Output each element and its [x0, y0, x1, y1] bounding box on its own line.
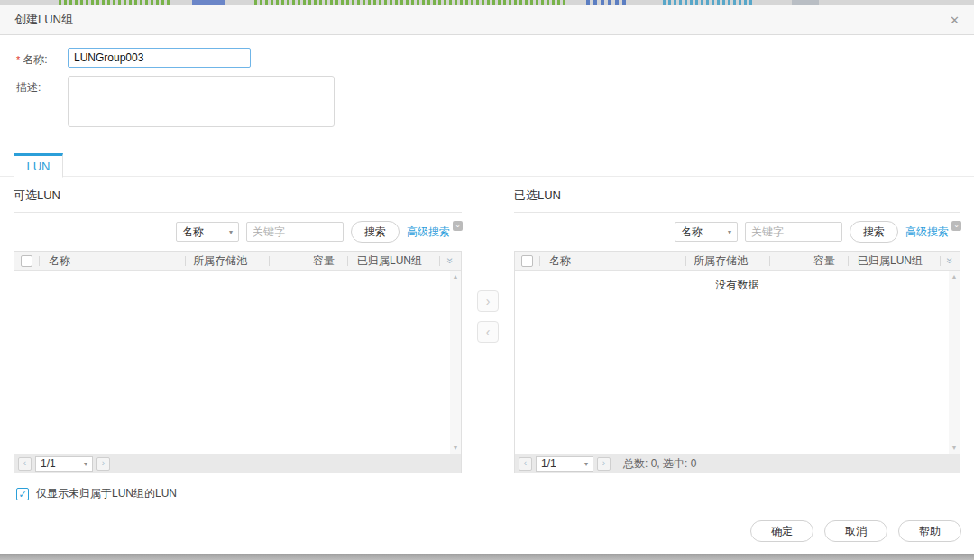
scroll-down-icon[interactable]: ▼: [951, 445, 958, 451]
divider: [514, 212, 960, 213]
column-header-pool[interactable]: 所属存储池: [686, 253, 769, 269]
column-header-capacity[interactable]: 容量: [270, 253, 347, 269]
name-label: *名称:: [16, 48, 68, 68]
prev-page-button[interactable]: ‹: [519, 457, 532, 471]
column-header-name[interactable]: 名称: [40, 253, 185, 269]
create-lun-group-dialog: 创建LUN组 ✕ *名称: 描述: LUN 可选LUN 名称 ▾: [0, 5, 974, 554]
advanced-search-badge-icon: ⌄: [951, 221, 961, 231]
next-page-button[interactable]: ›: [96, 457, 110, 471]
close-icon[interactable]: ✕: [950, 14, 960, 27]
scroll-up-icon[interactable]: ▲: [951, 273, 958, 280]
filter-checkbox[interactable]: ✓: [16, 488, 29, 500]
chevron-down-icon: ▾: [584, 460, 588, 468]
column-header-owning-group[interactable]: 已归属LUN组: [348, 253, 439, 269]
cancel-button[interactable]: 取消: [824, 520, 887, 542]
column-chooser-icon[interactable]: »: [944, 258, 957, 264]
tab-strip: LUN: [0, 152, 974, 177]
available-field-select[interactable]: 名称 ▾: [176, 222, 239, 242]
chevron-down-icon: ▾: [229, 228, 233, 236]
select-all-checkbox[interactable]: [521, 255, 533, 267]
selected-lun-panel: 已选LUN 名称 ▾ 搜索 高级搜索 ⌄ 名称: [514, 187, 960, 473]
selected-search-button[interactable]: 搜索: [850, 221, 898, 243]
available-search-button[interactable]: 搜索: [351, 221, 400, 243]
description-textarea[interactable]: [68, 76, 335, 127]
description-label: 描述:: [16, 76, 68, 127]
chevron-right-icon: ›: [486, 294, 491, 308]
available-lun-title: 可选LUN: [14, 187, 462, 204]
available-pagination: ‹ 1/1 ▾ ›: [14, 454, 461, 473]
advanced-search-badge-icon: ⌄: [453, 221, 463, 231]
next-page-button[interactable]: ›: [597, 457, 611, 471]
check-icon: ✓: [18, 489, 26, 500]
help-button[interactable]: 帮助: [898, 520, 961, 542]
scrollbar[interactable]: ▲ ▼: [949, 271, 960, 454]
chevron-down-icon: ▾: [84, 460, 87, 468]
name-row: *名称:: [16, 48, 958, 68]
scrollbar[interactable]: ▲ ▼: [450, 271, 461, 454]
selected-table-header: 名称 所属存储池 容量 已归属LUN组 »: [515, 252, 960, 271]
page-select[interactable]: 1/1 ▾: [35, 456, 93, 472]
no-data-text: 没有数据: [515, 271, 960, 293]
dialog-header: 创建LUN组 ✕: [0, 5, 974, 35]
available-advanced-search-link[interactable]: 高级搜索 ⌄: [407, 225, 462, 240]
filter-checkbox-label: 仅显示未归属于LUN组的LUN: [36, 486, 177, 501]
ok-button[interactable]: 确定: [750, 520, 813, 542]
selected-lun-table: 名称 所属存储池 容量 已归属LUN组 » 没有数据 ▲ ▼: [514, 251, 960, 473]
column-header-capacity[interactable]: 容量: [770, 253, 848, 269]
available-table-body: ▲ ▼: [14, 271, 461, 454]
form-area: *名称: 描述:: [0, 35, 974, 135]
dialog-bottom-shadow: [0, 554, 974, 560]
move-right-button[interactable]: ›: [477, 290, 499, 312]
available-lun-panel: 可选LUN 名称 ▾ 搜索 高级搜索 ⌄ 名称: [14, 187, 462, 473]
scroll-down-icon[interactable]: ▼: [453, 445, 459, 451]
column-header-pool[interactable]: 所属存储池: [186, 253, 269, 269]
selected-lun-title: 已选LUN: [514, 187, 960, 204]
dialog-footer: 确定 取消 帮助: [0, 520, 974, 554]
selected-advanced-search-link[interactable]: 高级搜索 ⌄: [905, 225, 960, 240]
transfer-content: 可选LUN 名称 ▾ 搜索 高级搜索 ⌄ 名称: [0, 177, 974, 473]
column-header-name[interactable]: 名称: [540, 253, 685, 269]
move-left-button[interactable]: ‹: [477, 321, 499, 343]
chevron-down-icon: ▾: [728, 228, 731, 236]
tab-lun[interactable]: LUN: [14, 153, 63, 178]
page-select[interactable]: 1/1 ▾: [536, 456, 593, 472]
selected-pagination: ‹ 1/1 ▾ › 总数: 0, 选中: 0: [515, 454, 960, 473]
description-row: 描述:: [16, 76, 958, 127]
divider: [14, 212, 462, 213]
selected-table-body: 没有数据 ▲ ▼: [515, 271, 960, 454]
dialog-title: 创建LUN组: [14, 12, 73, 28]
selection-summary: 总数: 0, 选中: 0: [623, 456, 696, 472]
prev-page-button[interactable]: ‹: [18, 457, 32, 471]
required-asterisk-icon: *: [16, 54, 20, 65]
selected-field-select[interactable]: 名称 ▾: [675, 222, 738, 242]
selected-search-row: 名称 ▾ 搜索 高级搜索 ⌄: [514, 221, 960, 243]
column-chooser-icon[interactable]: »: [445, 258, 457, 264]
column-header-owning-group[interactable]: 已归属LUN组: [849, 253, 940, 269]
available-search-row: 名称 ▾ 搜索 高级搜索 ⌄: [14, 221, 462, 243]
select-all-checkbox[interactable]: [21, 255, 32, 267]
chevron-left-icon: ‹: [486, 325, 491, 339]
name-input[interactable]: [68, 48, 251, 68]
available-table-header: 名称 所属存储池 容量 已归属LUN组 »: [14, 252, 461, 271]
selected-keyword-input[interactable]: [745, 222, 842, 242]
scroll-up-icon[interactable]: ▲: [453, 273, 459, 280]
filter-row: ✓ 仅显示未归属于LUN组的LUN: [0, 473, 974, 501]
available-keyword-input[interactable]: [246, 222, 344, 242]
available-lun-table: 名称 所属存储池 容量 已归属LUN组 » ▲ ▼: [14, 251, 462, 473]
transfer-buttons: › ‹: [462, 187, 514, 473]
